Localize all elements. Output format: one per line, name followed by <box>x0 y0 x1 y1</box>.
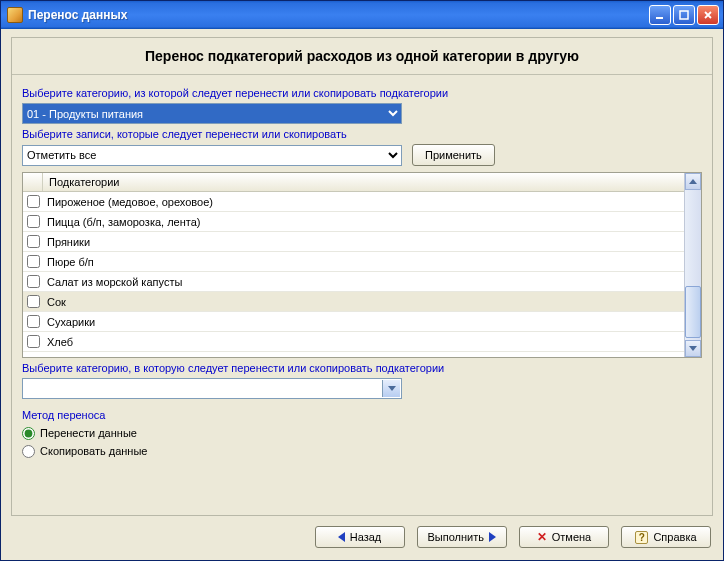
help-button[interactable]: ?Справка <box>621 526 711 548</box>
method-copy-input[interactable] <box>22 445 35 458</box>
execute-button[interactable]: Выполнить <box>417 526 507 548</box>
arrow-right-icon <box>489 532 496 542</box>
grid-header[interactable]: Подкатегории <box>23 173 684 192</box>
apply-button[interactable]: Применить <box>412 144 495 166</box>
svg-rect-0 <box>656 17 663 19</box>
subcategories-grid: Подкатегории Пироженое (медовое, орехово… <box>22 172 702 358</box>
method-label: Метод переноса <box>22 409 702 421</box>
table-row[interactable]: Сухарики <box>23 312 684 332</box>
chevron-down-icon <box>388 386 396 391</box>
app-icon <box>7 7 23 23</box>
row-checkbox[interactable] <box>27 275 40 288</box>
row-checkbox[interactable] <box>27 335 40 348</box>
scroll-track[interactable] <box>685 190 701 340</box>
titlebar[interactable]: Перенос данных <box>1 1 723 29</box>
grid-scrollbar[interactable] <box>684 173 701 357</box>
table-row[interactable]: Хлеб <box>23 332 684 352</box>
scroll-thumb[interactable] <box>685 286 701 338</box>
row-checkbox[interactable] <box>27 295 40 308</box>
arrow-left-icon <box>338 532 345 542</box>
table-row[interactable]: Пицца (б/п, заморозка, лента) <box>23 212 684 232</box>
method-copy-radio[interactable]: Скопировать данные <box>22 442 702 460</box>
svg-rect-1 <box>680 11 688 19</box>
row-checkbox[interactable] <box>27 215 40 228</box>
row-label: Сок <box>43 296 66 308</box>
minimize-button[interactable] <box>649 5 671 25</box>
row-label: Пироженое (медовое, ореховое) <box>43 196 213 208</box>
row-label: Пряники <box>43 236 90 248</box>
filter-select[interactable]: Отметить все <box>22 145 402 166</box>
source-category-label: Выберите категорию, из которой следует п… <box>22 87 702 99</box>
table-row[interactable]: Сок <box>23 292 684 312</box>
x-icon: ✕ <box>537 531 547 543</box>
cancel-button[interactable]: ✕Отмена <box>519 526 609 548</box>
table-row[interactable]: Пироженое (медовое, ореховое) <box>23 192 684 212</box>
row-checkbox[interactable] <box>27 235 40 248</box>
row-label: Хлеб <box>43 336 73 348</box>
row-checkbox[interactable] <box>27 195 40 208</box>
row-label: Салат из морской капусты <box>43 276 182 288</box>
page-heading: Перенос подкатегорий расходов из одной к… <box>12 38 712 75</box>
row-checkbox[interactable] <box>27 255 40 268</box>
window-frame: Перенос данных Перенос подкатегорий расх… <box>0 0 724 561</box>
method-move-input[interactable] <box>22 427 35 440</box>
method-move-radio[interactable]: Перенести данные <box>22 424 702 442</box>
target-category-select[interactable] <box>22 378 402 399</box>
row-label: Сухарики <box>43 316 95 328</box>
grid-column-label: Подкатегории <box>43 176 119 188</box>
back-button[interactable]: Назад <box>315 526 405 548</box>
scroll-up-button[interactable] <box>685 173 701 190</box>
table-row[interactable]: Пюре б/п <box>23 252 684 272</box>
row-label: Пицца (б/п, заморозка, лента) <box>43 216 201 228</box>
row-label: Пюре б/п <box>43 256 94 268</box>
maximize-button[interactable] <box>673 5 695 25</box>
table-row[interactable]: Салат из морской капусты <box>23 272 684 292</box>
close-button[interactable] <box>697 5 719 25</box>
window-title: Перенос данных <box>28 8 649 22</box>
help-icon: ? <box>635 531 648 544</box>
source-category-select[interactable]: 01 - Продукты питания <box>22 103 402 124</box>
target-category-label: Выберите категорию, в которую следует пе… <box>22 362 702 374</box>
scroll-down-button[interactable] <box>685 340 701 357</box>
row-checkbox[interactable] <box>27 315 40 328</box>
footer-buttons: Назад Выполнить ✕Отмена ?Справка <box>11 516 713 550</box>
table-row[interactable]: Пряники <box>23 232 684 252</box>
filter-label: Выберите записи, которые следует перенес… <box>22 128 702 140</box>
